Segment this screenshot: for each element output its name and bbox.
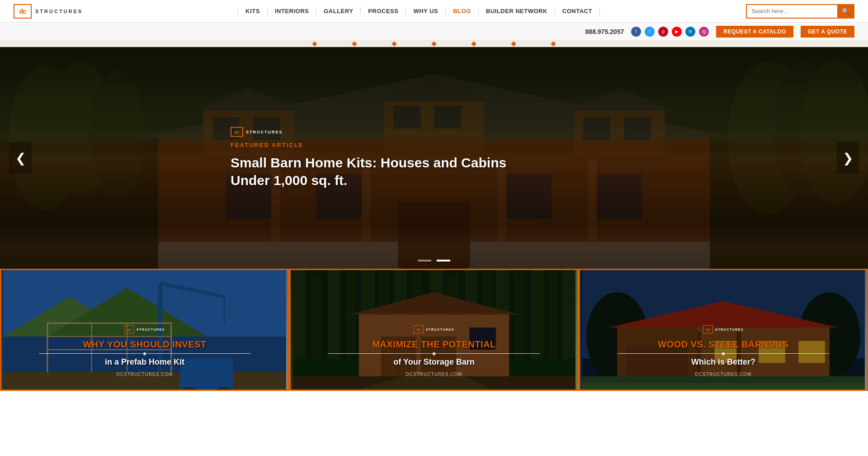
search-box: 🔍 (746, 4, 854, 19)
youtube-icon[interactable]: ▶ (672, 27, 682, 37)
search-input[interactable] (747, 8, 837, 14)
pinterest-icon[interactable]: p (658, 27, 668, 37)
search-icon: 🔍 (842, 8, 849, 15)
blog-card-2-logo-dc: dc (416, 328, 420, 332)
hero-next-button[interactable]: ❯ (836, 142, 859, 174)
sub-header: 888.975.2057 f t p ▶ in ig REQUEST A CAT… (0, 23, 868, 41)
nav-dot-7 (551, 41, 556, 46)
blog-card-1-diamond (143, 352, 146, 356)
blog-card-1-logo: dc STRUCTURES (12, 325, 277, 333)
hero-slider: dc STRUCTURES FEATURED ARTICLE Small Bar… (0, 47, 868, 269)
nav-gallery[interactable]: GALLERY (316, 8, 361, 14)
facebook-icon[interactable]: f (631, 27, 641, 37)
twitter-icon[interactable]: t (645, 27, 655, 37)
blog-card-3-diamond (722, 352, 725, 356)
blog-card-2-title-top: MAXIMIZE THE POTENTIAL (302, 339, 566, 350)
blog-card-3[interactable]: dc STRUCTURES WOOD VS. STEEL BARNDOS Whi… (579, 269, 868, 391)
blog-card-2-logo-brand: STRUCTURES (426, 328, 454, 331)
chevron-left-icon: ❮ (15, 151, 26, 166)
logo-box: dc (14, 4, 32, 19)
nav-dot-6 (511, 41, 516, 46)
chevron-right-icon: ❯ (843, 151, 853, 166)
nav-dot-5 (471, 41, 476, 46)
main-nav: KITS INTERIORS GALLERY PROCESS WHY US BL… (101, 8, 737, 14)
blog-card-3-content: dc STRUCTURES WOOD VS. STEEL BARNDOS Whi… (580, 316, 867, 390)
nav-process[interactable]: PROCESS (361, 8, 406, 14)
blog-card-2-logo: dc STRUCTURES (302, 325, 566, 333)
logo-dc: dc (19, 8, 26, 15)
nav-builder-network[interactable]: BUILDER NETWORK (479, 8, 555, 14)
nav-dot-1 (312, 41, 317, 46)
search-button[interactable]: 🔍 (837, 5, 854, 18)
blog-card-1-title-bottom: in a Prefab Home Kit (12, 357, 277, 367)
catalog-button[interactable]: REQUEST A CATALOG (716, 26, 793, 38)
nav-kits[interactable]: KITS (238, 8, 268, 14)
nav-contact[interactable]: CONTACT (555, 8, 600, 14)
blog-card-1-content: dc STRUCTURES WHY YOU SHOULD INVEST in a… (1, 316, 288, 390)
quote-button[interactable]: GET A QUOTE (801, 26, 854, 38)
blog-cards-section: dc STRUCTURES WHY YOU SHOULD INVEST in a… (0, 269, 868, 391)
hero-prev-button[interactable]: ❮ (9, 142, 32, 174)
blog-card-3-url: DCSTRUCTURES.COM (591, 372, 856, 377)
social-icons-group: f t p ▶ in ig (631, 27, 709, 37)
blog-card-1-divider (39, 353, 251, 354)
hero-dots (418, 260, 450, 261)
blog-card-1-title-top: WHY YOU SHOULD INVEST (12, 339, 277, 350)
logo-brand: STRUCTURES (35, 9, 83, 14)
blog-card-2-title-bottom: of Your Storage Barn (302, 357, 566, 367)
nav-decoration-row (0, 41, 868, 47)
hero-featured-label: FEATURED ARTICLE (231, 142, 547, 148)
blog-card-2-content: dc STRUCTURES MAXIMIZE THE POTENTIAL of … (291, 316, 577, 390)
blog-card-1-logo-box: dc (124, 325, 134, 333)
hero-logo: dc STRUCTURES (231, 127, 547, 137)
blog-card-2-logo-box: dc (414, 325, 424, 333)
blog-card-1-url: DCSTRUCTURES.COM (12, 372, 277, 377)
nav-interiors[interactable]: INTERIORS (268, 8, 316, 14)
nav-whyus[interactable]: WHY US (406, 8, 446, 14)
hero-dot-1[interactable] (418, 260, 431, 261)
blog-card-2-url: DCSTRUCTURES.COM (302, 372, 566, 377)
nav-dot-3 (392, 41, 396, 46)
blog-card-1[interactable]: dc STRUCTURES WHY YOU SHOULD INVEST in a… (0, 269, 289, 391)
nav-dot-2 (352, 41, 357, 46)
blog-card-3-logo-brand: STRUCTURES (715, 328, 744, 331)
nav-blog[interactable]: BLOG (446, 8, 479, 14)
blog-card-3-logo-dc: dc (706, 328, 710, 332)
hero-content: dc STRUCTURES FEATURED ARTICLE Small Bar… (231, 127, 547, 189)
hero-logo-brand: STRUCTURES (246, 130, 283, 134)
blog-card-1-logo-brand: STRUCTURES (137, 328, 165, 331)
blog-card-2-diamond (432, 352, 436, 356)
blog-card-2[interactable]: dc STRUCTURES MAXIMIZE THE POTENTIAL of … (289, 269, 579, 391)
blog-card-3-logo-box: dc (703, 325, 713, 333)
linkedin-icon[interactable]: in (685, 27, 695, 37)
instagram-icon[interactable]: ig (699, 27, 709, 37)
hero-title: Small Barn Home Kits: Houses and Cabins … (231, 154, 547, 189)
logo[interactable]: dc STRUCTURES (14, 4, 83, 19)
blog-card-3-logo: dc STRUCTURES (591, 325, 856, 333)
blog-card-3-title-top: WOOD VS. STEEL BARNDOS (591, 339, 856, 350)
blog-card-3-divider (618, 353, 830, 354)
hero-logo-dc: dc (234, 129, 240, 134)
blog-card-3-title-bottom: Which is Better? (591, 357, 856, 367)
hero-logo-box: dc (231, 127, 243, 137)
blog-card-2-divider (328, 353, 540, 354)
phone-number: 888.975.2057 (585, 28, 624, 35)
hero-dot-2[interactable] (437, 260, 450, 261)
header: dc STRUCTURES KITS INTERIORS GALLERY PRO… (0, 0, 868, 23)
nav-dot-4 (431, 41, 436, 46)
blog-card-1-logo-dc: dc (127, 328, 131, 332)
